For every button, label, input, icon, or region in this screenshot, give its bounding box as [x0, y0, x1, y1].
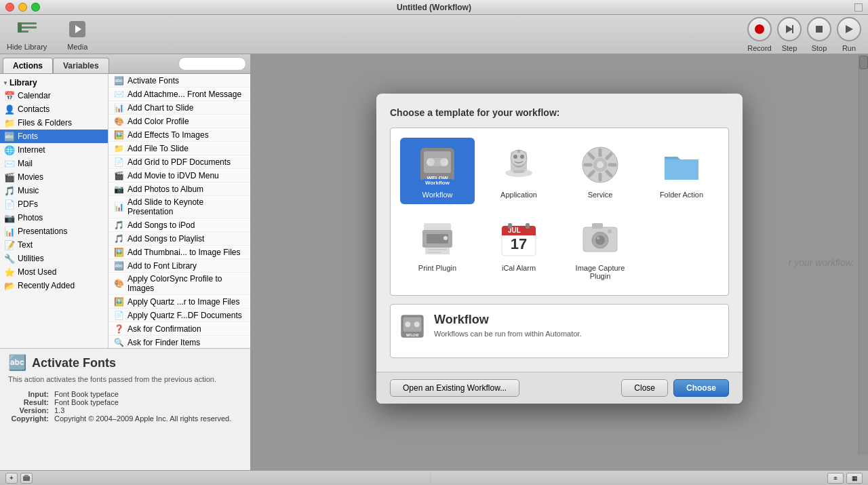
search-input[interactable]: [178, 57, 246, 71]
action-label: Add Thumbnai... to Image Files: [127, 248, 241, 257]
action-item[interactable]: 🔍Ask for Finder Items: [108, 336, 250, 348]
sidebar-item-calendar[interactable]: 📅Calendar: [0, 89, 108, 102]
step-button[interactable]: Step: [777, 17, 802, 52]
sidebar-item-text[interactable]: 📝Text: [0, 238, 108, 252]
action-item[interactable]: 🎵Add Songs to Playlist: [108, 232, 250, 246]
template-modal: Choose a template for your workflow:: [376, 94, 743, 404]
sidebar-item-music[interactable]: 🎵Music: [0, 184, 108, 197]
sidebar-label-mail: Mail: [18, 159, 33, 168]
action-icon: 📁: [114, 144, 123, 153]
toolbar-right: Record Step Stop: [747, 17, 861, 52]
action-label: Add Movie to iDVD Menu: [127, 171, 219, 180]
action-label: Add Songs to iPod: [127, 220, 195, 230]
action-label: Add to Font Library: [127, 261, 197, 271]
template-item-print-plugin[interactable]: Print Plugin: [400, 211, 475, 286]
action-item[interactable]: 📷Add Photos to Album: [108, 182, 250, 196]
minimize-button[interactable]: [18, 3, 27, 12]
action-item[interactable]: 🔤Add to Font Library: [108, 259, 250, 273]
action-item[interactable]: 📊Add Chart to Slide: [108, 101, 250, 115]
svg-rect-24: [517, 150, 520, 153]
add-action-button[interactable]: +: [5, 473, 18, 484]
sidebar-item-contacts[interactable]: 👤Contacts: [0, 102, 108, 116]
action-item[interactable]: 📄Apply Quartz F...DF Documents: [108, 309, 250, 322]
action-item[interactable]: 🎨Add Color Profile: [108, 115, 250, 128]
sidebar-item-most-used[interactable]: ⭐Most Used: [0, 265, 108, 279]
action-label: Add Color Profile: [127, 117, 189, 126]
sidebar-item-utilities[interactable]: 🔧Utilities: [0, 252, 108, 265]
action-icon: 📄: [114, 311, 123, 320]
action-label: Add File To Slide: [127, 144, 189, 153]
list-view-button[interactable]: ≡: [827, 473, 844, 484]
sidebar-label-music: Music: [18, 186, 39, 195]
action-icon: 🔍: [114, 338, 123, 347]
open-existing-button[interactable]: Open an Existing Workflow...: [390, 379, 519, 397]
action-item[interactable]: 📁Add File To Slide: [108, 142, 250, 155]
template-item-folder-action[interactable]: Folder Action: [644, 138, 719, 204]
action-icon: 🎵: [114, 220, 123, 230]
info-version-row: Version: 1.3: [8, 406, 242, 414]
action-item[interactable]: 📄Add Grid to PDF Documents: [108, 155, 250, 169]
template-label-service: Service: [588, 191, 613, 199]
script-button[interactable]: [20, 473, 33, 484]
action-icon: 🎬: [114, 171, 123, 180]
template-icon-application: [497, 143, 540, 187]
sidebar-items-container: 📅Calendar👤Contacts📁Files & Folders🔤Fonts…: [0, 89, 108, 292]
resize-icon[interactable]: [854, 3, 863, 12]
svg-point-37: [597, 161, 604, 168]
tab-actions[interactable]: Actions: [3, 58, 53, 73]
action-label: Apply Quartz F...DF Documents: [127, 311, 242, 320]
sidebar-item-mail[interactable]: ✉️Mail: [0, 157, 108, 170]
sidebar-item-photos[interactable]: 📷Photos: [0, 211, 108, 225]
action-item[interactable]: ❓Ask for Confirmation: [108, 322, 250, 336]
action-item[interactable]: 🎬Add Movie to iDVD Menu: [108, 169, 250, 182]
template-icon-workflow: WFLOW Workflow: [416, 143, 459, 187]
sidebar-item-fonts[interactable]: 🔤Fonts: [0, 130, 108, 143]
close-button[interactable]: [5, 3, 14, 12]
triangle-icon: ▼: [3, 80, 8, 86]
action-item[interactable]: ✉️Add Attachme... Front Message: [108, 88, 250, 101]
action-item[interactable]: 🖼️Add Thumbnai... to Image Files: [108, 246, 250, 259]
action-item[interactable]: 🎵Add Songs to iPod: [108, 218, 250, 232]
tab-variables[interactable]: Variables: [53, 58, 109, 73]
sidebar-group-library[interactable]: ▼ Library: [0, 77, 108, 89]
action-icon: 🖼️: [114, 130, 123, 140]
action-item[interactable]: 📊Add Slide to Keynote Presentation: [108, 196, 250, 218]
record-button[interactable]: Record: [747, 17, 772, 52]
run-button[interactable]: Run: [837, 17, 861, 52]
action-label: Activate Fonts: [127, 76, 179, 85]
sidebar-item-presentations[interactable]: 📊Presentations: [0, 225, 108, 238]
info-result-row: Result: Font Book typeface: [8, 398, 242, 406]
media-button[interactable]: Media: [60, 18, 94, 51]
template-item-image-capture[interactable]: Image Capture Plugin: [563, 211, 637, 286]
action-item[interactable]: 🎨Apply ColorSync Profile to Images: [108, 273, 250, 295]
template-label-folder-action: Folder Action: [660, 191, 703, 199]
action-item[interactable]: 🖼️Add Effects To Images: [108, 128, 250, 142]
template-item-service[interactable]: Service: [563, 138, 637, 204]
sidebar-icon-internet: 🌐: [4, 144, 15, 155]
action-item[interactable]: 🖼️Apply Quartz ...r to Image Files: [108, 295, 250, 309]
action-icon: 📷: [114, 185, 123, 194]
stop-button[interactable]: Stop: [807, 17, 831, 52]
maximize-button[interactable]: [31, 3, 40, 12]
template-item-workflow[interactable]: WFLOW Workflow Workflow: [400, 138, 475, 204]
template-item-ical-alarm[interactable]: JUL 17 iCal Alarm: [481, 211, 556, 286]
desc-body: Workflows can be run from within Automat…: [434, 330, 581, 338]
column-view-button[interactable]: ▦: [846, 473, 863, 484]
info-copyright-value: Copyright © 2004–2009 Apple Inc. All rig…: [54, 414, 231, 423]
info-title-text: Activate Fonts: [32, 356, 116, 370]
sidebar-item-files-folders[interactable]: 📁Files & Folders: [0, 116, 108, 130]
svg-rect-63: [23, 476, 30, 481]
info-panel: 🔤 Activate Fonts This action activates t…: [0, 348, 250, 470]
hide-library-button[interactable]: Hide Library: [7, 18, 47, 51]
sidebar-item-pdfs[interactable]: 📄PDFs: [0, 197, 108, 211]
action-item[interactable]: 🔤Activate Fonts: [108, 74, 250, 88]
close-button[interactable]: Close: [621, 379, 668, 397]
template-item-application[interactable]: Application: [481, 138, 556, 204]
sidebar-item-movies[interactable]: 🎬Movies: [0, 170, 108, 184]
sidebar-icon-fonts: 🔤: [4, 131, 15, 142]
choose-button[interactable]: Choose: [673, 379, 729, 397]
sidebar-item-internet[interactable]: 🌐Internet: [0, 143, 108, 157]
sidebar-item-recently-added[interactable]: 📂Recently Added: [0, 279, 108, 292]
info-copyright-row: Copyright: Copyright © 2004–2009 Apple I…: [8, 414, 242, 423]
action-label: Add Grid to PDF Documents: [127, 157, 231, 167]
